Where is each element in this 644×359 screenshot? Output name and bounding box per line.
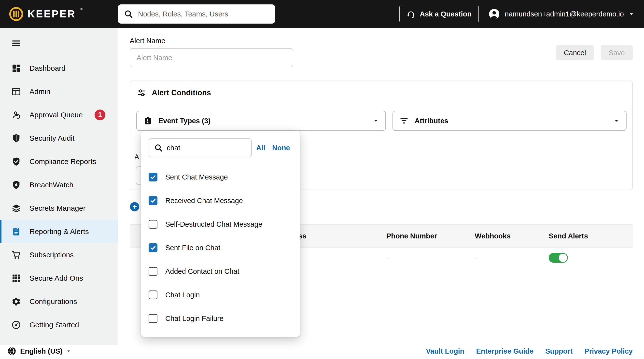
column-header: Send Alerts bbox=[549, 232, 633, 240]
menu-toggle-button[interactable] bbox=[11, 38, 21, 48]
event-type-search bbox=[148, 138, 252, 158]
checkbox-unchecked-icon[interactable] bbox=[148, 267, 158, 276]
footer-link-privacy-policy[interactable]: Privacy Policy bbox=[584, 347, 633, 355]
sidebar-item-label: Configurations bbox=[30, 297, 77, 306]
sidebar-item-admin[interactable]: Admin bbox=[0, 80, 118, 103]
cancel-button[interactable]: Cancel bbox=[556, 45, 594, 60]
account-menu[interactable]: namundsen+admin1@keeperdemo.io bbox=[488, 0, 635, 28]
footer-links: Vault LoginEnterprise GuideSupportPrivac… bbox=[426, 347, 633, 355]
event-type-option[interactable]: Received Chat Message bbox=[141, 189, 300, 212]
event-types-dropdown[interactable]: Event Types (3) bbox=[136, 111, 386, 131]
sidebar-item-secrets-manager[interactable]: Secrets Manager bbox=[0, 196, 118, 220]
alert-conditions-title-text: Alert Conditions bbox=[152, 88, 211, 97]
footer-bar: English (US) Vault LoginEnterprise Guide… bbox=[0, 345, 644, 359]
ask-question-label: Ask a Question bbox=[420, 10, 472, 18]
event-types-label: Event Types (3) bbox=[158, 117, 210, 125]
checkbox-checked-icon[interactable] bbox=[148, 196, 158, 205]
global-search-input[interactable] bbox=[138, 10, 269, 18]
sidebar-item-getting-started[interactable]: Getting Started bbox=[0, 313, 118, 336]
sidebar-item-reporting-alerts[interactable]: Reporting & Alerts bbox=[0, 220, 118, 243]
security-audit-icon bbox=[11, 133, 21, 143]
configurations-icon bbox=[11, 297, 21, 306]
event-type-option[interactable]: Added Contact on Chat bbox=[141, 260, 300, 283]
sidebar-item-label: Dashboard bbox=[30, 64, 66, 72]
event-type-option[interactable]: Chat Login bbox=[141, 283, 300, 307]
sidebar-item-label: Admin bbox=[30, 88, 50, 96]
checkbox-checked-icon[interactable] bbox=[148, 243, 158, 252]
sidebar-item-compliance-reports[interactable]: Compliance Reports bbox=[0, 150, 118, 173]
event-type-option[interactable]: Self-Destructed Chat Message bbox=[141, 212, 300, 236]
sidebar-item-security-audit[interactable]: Security Audit bbox=[0, 126, 118, 150]
approval-queue-badge: 1 bbox=[94, 110, 105, 120]
sidebar-item-label: Security Audit bbox=[30, 134, 74, 142]
select-none-link[interactable]: None bbox=[272, 144, 290, 152]
keeper-logo[interactable]: KEEPER ® bbox=[9, 0, 82, 28]
alert-name-label: Alert Name bbox=[130, 37, 165, 45]
search-icon bbox=[124, 9, 133, 19]
sidebar-item-label: Subscriptions bbox=[30, 251, 74, 259]
event-type-option[interactable]: Chat Login Failure bbox=[141, 307, 300, 330]
recipient-webhooks-cell: - bbox=[475, 255, 549, 263]
send-alerts-toggle[interactable] bbox=[549, 253, 568, 263]
language-label: English (US) bbox=[20, 347, 62, 355]
column-header: Webhooks bbox=[475, 232, 549, 240]
event-type-label: Sent Chat Message bbox=[165, 173, 228, 181]
reporting-alerts-icon bbox=[11, 227, 21, 236]
sidebar-item-dashboard[interactable]: Dashboard bbox=[0, 56, 118, 80]
select-all-link[interactable]: All bbox=[256, 144, 265, 152]
sidebar-item-label: Secure Add Ons bbox=[30, 274, 83, 282]
sidebar-item-secure-add-ons[interactable]: Secure Add Ons bbox=[0, 266, 118, 290]
top-bar: KEEPER ® Ask a Question namundsen+admin1… bbox=[0, 0, 644, 28]
sidebar-item-subscriptions[interactable]: Subscriptions bbox=[0, 243, 118, 266]
filter-icon bbox=[399, 116, 409, 126]
checkbox-unchecked-icon[interactable] bbox=[148, 290, 158, 299]
checkbox-unchecked-icon[interactable] bbox=[148, 220, 158, 228]
secrets-manager-icon bbox=[11, 203, 21, 213]
attributes-dropdown[interactable]: Attributes bbox=[392, 111, 626, 131]
getting-started-icon bbox=[11, 320, 21, 330]
event-type-label: Sent File on Chat bbox=[165, 244, 220, 252]
avatar-icon bbox=[488, 8, 500, 20]
search-icon bbox=[154, 144, 163, 152]
admin-icon bbox=[11, 87, 21, 96]
registered-mark: ® bbox=[80, 7, 82, 11]
dashboard-icon bbox=[11, 63, 21, 73]
language-selector[interactable]: English (US) bbox=[7, 346, 72, 356]
global-search bbox=[118, 4, 275, 24]
recipient-send-alerts-cell bbox=[549, 253, 633, 264]
checkbox-unchecked-icon[interactable] bbox=[148, 314, 158, 323]
event-type-option[interactable]: Sent Chat Message bbox=[141, 165, 300, 189]
globe-icon bbox=[7, 346, 17, 356]
sidebar-item-approval-queue[interactable]: Approval Queue1 bbox=[0, 103, 118, 126]
sidebar-item-configurations[interactable]: Configurations bbox=[0, 290, 118, 313]
event-type-option[interactable]: Sent File on Chat bbox=[141, 236, 300, 260]
sidebar-item-label: Getting Started bbox=[30, 321, 79, 329]
account-email: namundsen+admin1@keeperdemo.io bbox=[505, 10, 624, 18]
event-type-label: Chat Login bbox=[165, 291, 200, 299]
footer-link-vault-login[interactable]: Vault Login bbox=[426, 347, 464, 355]
main-content: Alert Name Cancel Save Alert Conditions … bbox=[118, 28, 644, 345]
breachwatch-icon bbox=[11, 180, 21, 190]
chevron-down-icon bbox=[628, 11, 635, 17]
alert-name-input[interactable] bbox=[130, 48, 293, 67]
ask-question-button[interactable]: Ask a Question bbox=[399, 6, 479, 22]
event-type-label: Self-Destructed Chat Message bbox=[165, 220, 262, 228]
add-recipient-button[interactable]: + bbox=[130, 202, 139, 212]
sidebar: DashboardAdminApproval Queue1Security Au… bbox=[0, 28, 118, 345]
obscured-label-fragment: A bbox=[134, 153, 139, 161]
event-type-search-input[interactable] bbox=[167, 144, 246, 152]
approval-queue-icon bbox=[11, 110, 21, 120]
event-types-dropdown-panel: All None Sent Chat MessageReceived Chat … bbox=[141, 131, 300, 337]
save-button[interactable]: Save bbox=[601, 45, 633, 60]
event-type-label: Chat Login Failure bbox=[165, 314, 224, 323]
keeper-logo-icon bbox=[9, 7, 24, 21]
checkbox-checked-icon[interactable] bbox=[148, 172, 158, 182]
sidebar-item-breachwatch[interactable]: BreachWatch bbox=[0, 173, 118, 196]
footer-link-enterprise-guide[interactable]: Enterprise Guide bbox=[476, 347, 534, 355]
event-type-label: Added Contact on Chat bbox=[165, 268, 239, 276]
brand-name: KEEPER bbox=[28, 8, 76, 20]
footer-link-support[interactable]: Support bbox=[545, 347, 572, 355]
chevron-down-icon bbox=[613, 118, 620, 124]
chevron-down-icon bbox=[66, 348, 72, 354]
alert-conditions-title: Alert Conditions bbox=[136, 88, 211, 98]
